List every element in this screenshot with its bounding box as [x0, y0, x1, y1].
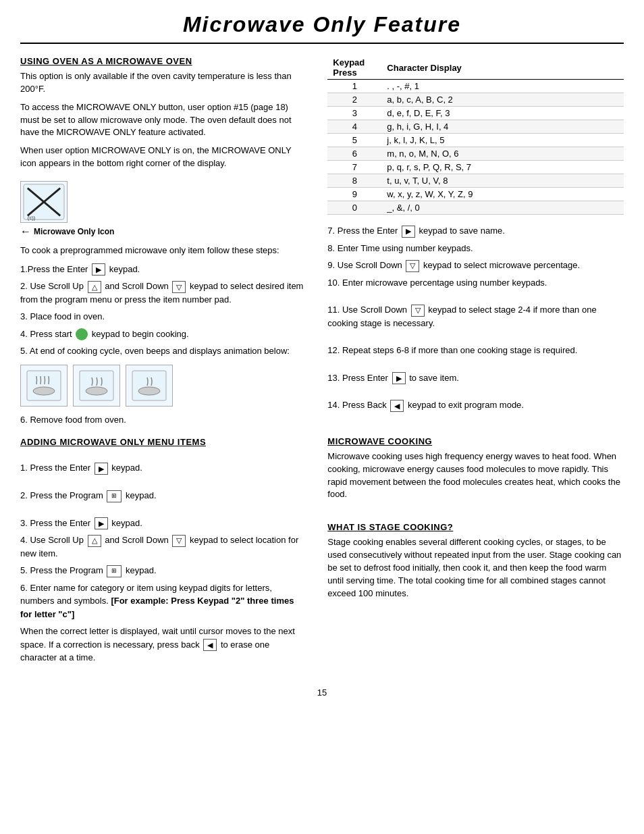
keypad-cell: 6 [327, 147, 381, 161]
keypad-cell: 5 [327, 134, 381, 147]
program-btn-add5: ⊞ [107, 565, 122, 577]
section1-p3: When user option MICROWAVE ONLY is on, t… [20, 145, 304, 170]
svg-point-5 [33, 387, 55, 395]
char-cell: g, h, i, G, H, I, 4 [381, 120, 624, 134]
microwave-only-icon-label: Microwave Only Icon [34, 227, 114, 236]
char-cell: m, n, o, M, N, O, 6 [381, 147, 624, 161]
keypad-cell: 0 [327, 201, 381, 215]
steps-intro: To cook a preprogrammed microwave only i… [20, 244, 304, 257]
enter-btn-step13: ▶ [392, 372, 406, 384]
right-step10: 10. Enter microwave percentage using num… [327, 276, 624, 290]
table-row: 1. , -, #, 1 [327, 80, 624, 93]
enter-button-icon: ▶ [92, 263, 105, 276]
stage-cooking-heading: WHAT IS STAGE COOKING? [327, 522, 624, 532]
anim-box-1 [20, 365, 68, 407]
table-header-keypad: Keypad Press [327, 56, 381, 80]
step3: 3. Place food in oven. [20, 310, 304, 323]
scroll-up-icon: △ [88, 281, 101, 293]
add-step2: 2. Press the Program ⊞ keypad. [20, 489, 304, 502]
step1: 1.Press the Enter ▶ keypad. [20, 263, 304, 276]
anim-box-2 [73, 365, 120, 407]
step5: 5. At end of cooking cycle, oven beeps a… [20, 344, 304, 358]
section-using-oven: USING OVEN AS A MICROWAVE OVEN This opti… [20, 56, 304, 426]
right-column: Keypad Press Character Display 1. , -, #… [321, 56, 624, 675]
table-row: 4g, h, i, G, H, I, 4 [327, 120, 624, 134]
anim-box-3 [126, 365, 173, 407]
add-step3: 3. Press the Enter ▶ keypad. [20, 517, 304, 530]
keypad-cell: 1 [327, 80, 381, 93]
microwave-cooking-heading: MICROWAVE COOKING [327, 436, 624, 446]
step4: 4. Press start keypad to begin cooking. [20, 328, 304, 341]
scroll-up-add4: △ [88, 535, 101, 547]
arrow-icon: ← [20, 226, 31, 238]
keypad-cell: 9 [327, 188, 381, 201]
start-button-icon [76, 328, 88, 340]
table-row: 7p, q, r, s, P, Q, R, S, 7 [327, 161, 624, 174]
icon-label-row: ← Microwave Only Icon [20, 226, 304, 238]
table-header-char: Character Display [381, 56, 624, 80]
microwave-cooking-text: Microwave cooking uses high frequency en… [327, 450, 624, 501]
right-step7: 7. Press the Enter ▶ keypad to save name… [327, 224, 624, 238]
microwave-only-icon-box: (c)) [20, 181, 68, 223]
svg-point-9 [138, 387, 160, 395]
svg-text:(c)): (c)) [28, 215, 36, 221]
section-microwave-cooking: MICROWAVE COOKING Microwave cooking uses… [327, 436, 624, 501]
keypad-cell: 7 [327, 161, 381, 174]
keypad-cell: 4 [327, 120, 381, 134]
scroll-down-add4: ▽ [172, 535, 186, 547]
step2: 2. Use Scroll Up △ and Scroll Down ▽ key… [20, 280, 304, 306]
char-cell: j, k, l, J, K, L, 5 [381, 134, 624, 147]
right-step13: 13. Press Enter ▶ to save item. [327, 371, 624, 385]
scroll-down-step9: ▽ [406, 260, 419, 272]
add-step1: 1. Press the Enter ▶ keypad. [20, 461, 304, 475]
char-cell: t, u, v, T, U, V, 8 [381, 174, 624, 188]
right-step14: 14. Press Back ◀ keypad to exit program … [327, 398, 624, 412]
char-cell: w, x, y, z, W, X, Y, Z, 9 [381, 188, 624, 201]
keypad-cell: 2 [327, 93, 381, 107]
char-cell: _, &, /, 0 [381, 201, 624, 215]
right-step11: 11. Use Scroll Down ▽ keypad to select s… [327, 303, 624, 330]
keypad-cell: 3 [327, 107, 381, 120]
section2-heading: ADDING MICROWAVE ONLY MENU ITEMS [20, 437, 304, 447]
enter-btn-add3: ▶ [95, 517, 108, 529]
char-cell: . , -, #, 1 [381, 80, 624, 93]
section1-p2: To access the MICROWAVE ONLY button, use… [20, 101, 304, 140]
table-row: 6m, n, o, M, N, O, 6 [327, 147, 624, 161]
add-step6c: When the correct letter is displayed, wa… [20, 625, 304, 664]
table-row: 8t, u, v, T, U, V, 8 [327, 174, 624, 188]
program-btn-add2: ⊞ [107, 490, 122, 502]
svg-rect-4 [27, 371, 61, 400]
add-step5: 5. Press the Program ⊞ keypad. [20, 564, 304, 577]
stage-cooking-text: Stage cooking enables several different … [327, 536, 624, 600]
svg-rect-8 [132, 371, 166, 400]
char-cell: d, e, f, D, E, F, 3 [381, 107, 624, 120]
enter-btn-step7: ▶ [402, 226, 415, 238]
table-row: 3d, e, f, D, E, F, 3 [327, 107, 624, 120]
char-cell: a, b, c, A, B, C, 2 [381, 93, 624, 107]
left-column: USING OVEN AS A MICROWAVE OVEN This opti… [20, 56, 321, 675]
step6: 6. Remove food from oven. [20, 413, 304, 427]
table-row: 5j, k, l, J, K, L, 5 [327, 134, 624, 147]
section1-p1: This option is only available if the ove… [20, 70, 304, 96]
animation-icons-row [20, 365, 304, 407]
add-step6: 6. Enter name for category or item using… [20, 581, 304, 621]
scroll-down-step11: ▽ [411, 305, 425, 317]
page-number: 15 [0, 687, 644, 698]
table-row: 0_, &, /, 0 [327, 201, 624, 215]
table-row: 9w, x, y, z, W, X, Y, Z, 9 [327, 188, 624, 201]
scroll-down-icon: ▽ [172, 281, 186, 293]
microwave-icon-svg: (c)) [21, 182, 67, 222]
section1-heading: USING OVEN AS A MICROWAVE OVEN [20, 56, 304, 66]
add-step4: 4. Use Scroll Up △ and Scroll Down ▽ key… [20, 533, 304, 560]
enter-btn-add1: ▶ [95, 463, 108, 475]
page-title: Microwave Only Feature [0, 0, 644, 43]
char-cell: p, q, r, s, P, Q, R, S, 7 [381, 161, 624, 174]
section-stage-cooking: WHAT IS STAGE COOKING? Stage cooking ena… [327, 522, 624, 600]
right-step8: 8. Enter Time using number keypads. [327, 242, 624, 255]
right-step9: 9. Use Scroll Down ▽ keypad to select mi… [327, 259, 624, 272]
table-row: 2a, b, c, A, B, C, 2 [327, 93, 624, 107]
back-btn-step14: ◀ [390, 400, 404, 412]
svg-point-7 [86, 387, 107, 395]
keypad-table: Keypad Press Character Display 1. , -, #… [327, 56, 624, 215]
section-adding-menu: ADDING MICROWAVE ONLY MENU ITEMS 1. Pres… [20, 437, 304, 664]
